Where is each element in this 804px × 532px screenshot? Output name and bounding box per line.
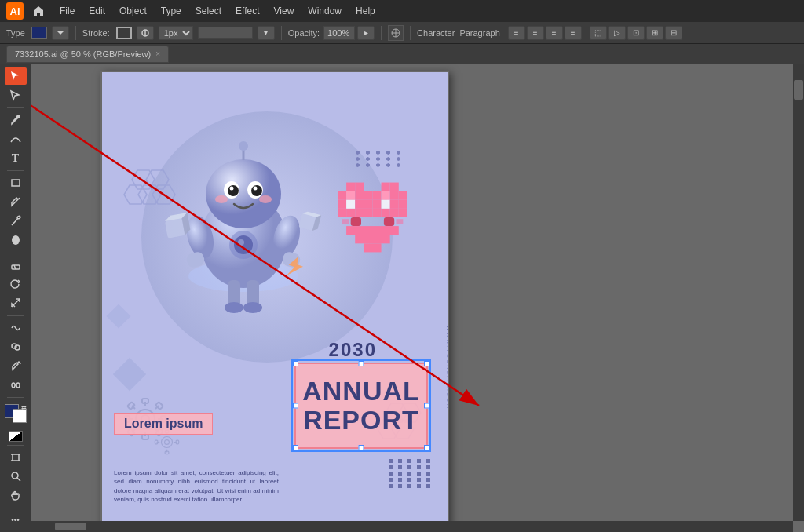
svg-rect-60 (355, 235, 389, 243)
annual-text: ANNUAL REPORT (302, 377, 420, 435)
rotate-tool[interactable] (5, 275, 27, 293)
tool-sep5 (7, 397, 24, 398)
menu-help[interactable]: Help (349, 4, 382, 18)
extra-btn4[interactable]: ⊞ (646, 26, 663, 40)
document-tab[interactable]: 7332105.ai @ 50 % (RGB/Preview) × (6, 46, 169, 63)
rectangle-tool[interactable] (5, 174, 27, 191)
transform-icon (388, 25, 404, 41)
svg-point-86 (225, 302, 243, 313)
tab-close-btn[interactable]: × (155, 49, 160, 58)
scroll-bottom[interactable] (31, 521, 793, 532)
svg-point-76 (239, 141, 248, 151)
menu-window[interactable]: Window (302, 4, 348, 18)
shape-builder-tool[interactable] (5, 338, 27, 355)
stroke-swatch[interactable] (116, 27, 132, 39)
handle-bl (293, 445, 298, 450)
handle-bm (359, 445, 364, 450)
color-swatches: ⇄ (5, 404, 27, 423)
opacity-expand-btn[interactable]: ▸ (357, 26, 375, 40)
svg-point-108 (162, 437, 173, 448)
paragraph-link[interactable]: Paragraph (459, 28, 499, 38)
svg-rect-61 (364, 243, 381, 252)
menu-view[interactable]: View (268, 4, 301, 18)
eraser-tool[interactable] (5, 256, 27, 273)
tool-sep7 (7, 508, 24, 508)
svg-rect-50 (346, 209, 355, 217)
svg-rect-56 (399, 209, 407, 217)
menu-type[interactable]: Type (155, 4, 188, 18)
stroke-style-preview (198, 27, 253, 39)
blend-tool[interactable] (5, 377, 27, 394)
svg-point-66 (206, 159, 281, 228)
character-link[interactable]: Character (417, 28, 455, 38)
handle-tm (359, 361, 364, 366)
stroke-style-btn[interactable]: ▾ (258, 26, 275, 40)
menu-effect[interactable]: Effect (229, 4, 265, 18)
fill-swatch[interactable] (31, 27, 47, 39)
align-left-btn[interactable]: ≡ (508, 26, 525, 40)
svg-marker-26 (124, 185, 147, 204)
pencil-tool[interactable] (5, 193, 27, 210)
swap-colors-btn[interactable]: ⇄ (21, 404, 27, 411)
home-icon[interactable] (30, 2, 47, 20)
zoom-tool[interactable] (5, 468, 27, 485)
svg-point-22 (12, 472, 18, 479)
svg-point-7 (16, 216, 20, 220)
menu-bar: Ai File Edit Object Type Select Effect V… (0, 0, 804, 22)
menu-edit[interactable]: Edit (82, 4, 111, 18)
svg-rect-100 (142, 399, 148, 403)
opacity-input[interactable] (323, 26, 355, 40)
warp-tool[interactable] (5, 319, 27, 337)
extra-btn5[interactable]: ⊟ (665, 26, 682, 40)
svg-rect-34 (346, 191, 355, 200)
fill-options-btn[interactable] (52, 26, 69, 40)
selection-tool[interactable] (5, 67, 27, 85)
artboard-canvas[interactable]: 2030 ANNUAL REPORT (102, 72, 448, 527)
scroll-right[interactable] (793, 64, 804, 521)
handle-br (424, 445, 429, 450)
svg-rect-37 (372, 191, 381, 200)
options-toolbar: Type Stroke: 1px ▾ Opacity: ▸ Character … (0, 22, 804, 44)
curvature-tool[interactable] (5, 130, 27, 148)
align-right-btn[interactable]: ≡ (546, 26, 563, 40)
sep4 (410, 26, 411, 40)
svg-point-71 (230, 187, 234, 191)
paintbrush-tool[interactable] (5, 213, 27, 230)
type-label: Type (6, 28, 25, 38)
svg-rect-53 (372, 209, 381, 217)
tool-sep2 (7, 170, 24, 171)
type-tool[interactable]: T (5, 150, 27, 167)
svg-rect-35 (355, 191, 364, 200)
handle-mr (424, 403, 429, 409)
hand-tool[interactable] (5, 486, 27, 504)
extra-btn1[interactable]: ⬚ (590, 26, 607, 40)
svg-point-74 (259, 195, 272, 203)
eyedropper-tool[interactable] (5, 357, 27, 374)
svg-point-87 (243, 302, 262, 313)
menu-select[interactable]: Select (189, 4, 228, 18)
artboard-tool[interactable] (5, 449, 27, 466)
direct-selection-tool[interactable] (5, 86, 27, 104)
none-fill-icon[interactable] (9, 431, 23, 442)
stroke-options-btn[interactable] (137, 26, 154, 40)
align-center-btn[interactable]: ≡ (527, 26, 544, 40)
pen-tool[interactable] (5, 111, 27, 129)
more-tools-btn[interactable]: ••• (5, 512, 27, 529)
svg-rect-45 (372, 200, 381, 209)
scroll-thumb-right[interactable] (794, 80, 803, 100)
stroke-weight-select[interactable]: 1px (159, 26, 193, 40)
align-justify-btn[interactable]: ≡ (565, 26, 582, 40)
svg-rect-38 (382, 191, 390, 200)
extra-btn2[interactable]: ▷ (608, 26, 626, 40)
svg-point-69 (228, 185, 239, 196)
blob-brush-tool[interactable] (5, 231, 27, 249)
menu-object[interactable]: Object (113, 4, 153, 18)
extra-btn3[interactable]: ⊡ (627, 26, 645, 40)
svg-rect-31 (382, 183, 390, 191)
scale-tool[interactable] (5, 294, 27, 312)
annual-report-box[interactable]: ANNUAL REPORT (294, 363, 428, 449)
menu-file[interactable]: File (53, 4, 81, 18)
sep3 (381, 26, 382, 40)
scroll-thumb-bottom[interactable] (55, 523, 86, 530)
canvas-area[interactable]: 2030 ANNUAL REPORT (31, 64, 804, 532)
